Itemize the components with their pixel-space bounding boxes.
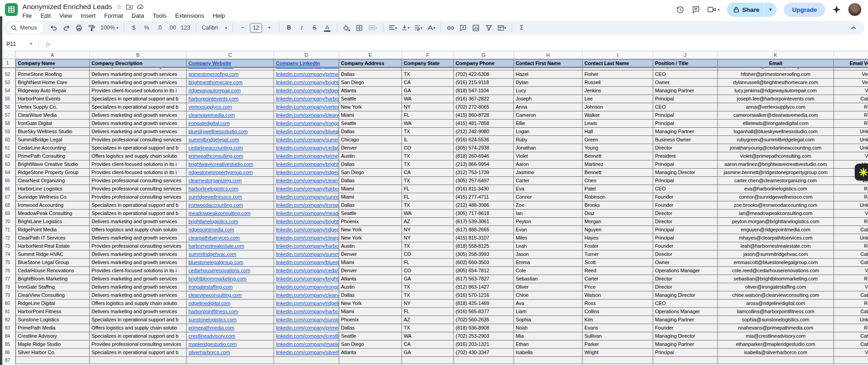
cell[interactable]: Risky [834,275,868,283]
cell[interactable]: Ironwood Accounting [15,201,90,210]
cell[interactable]: linkedin.com/company/vertexsupplyco [274,103,339,111]
cell[interactable]: Founder [653,193,718,201]
cell[interactable]: (312) 753-1739 [454,169,514,177]
cell[interactable]: linkedin.com/company/cedarlineaccounting [274,144,339,152]
cell[interactable]: GA [402,275,454,283]
cell[interactable]: Offers logistics and supply chain soluti… [90,152,187,160]
cell[interactable]: (818) 260-6946 [454,152,514,160]
name-box[interactable]: P11 [6,41,30,47]
row-number[interactable]: 83 [0,324,15,332]
row-number[interactable]: 78 [0,283,15,291]
cell[interactable]: Mia [514,332,583,340]
cell[interactable] [339,357,402,364]
cell[interactable]: TX [402,152,454,160]
cell[interactable]: isabella@silverharborco.com [718,349,834,357]
cell[interactable]: dylanrussell@brightnesthomecare.com [718,79,834,87]
cell[interactable]: harborpointfitness.com [187,308,274,316]
cell[interactable]: sebastian@brightbloommarketing.com [718,275,834,283]
share-caret-icon[interactable]: ▼ [764,7,777,12]
row-number[interactable]: 52 [0,70,15,79]
cell[interactable]: Provides professional consulting service… [90,340,187,349]
cell[interactable]: cole.reed@cedarhouserenovations.com [718,267,834,275]
row-number[interactable]: 87 [0,357,15,364]
cell[interactable]: GA [402,87,454,95]
cell[interactable]: Offers logistics and supply chain soluti… [90,226,187,234]
cell[interactable]: Maple Ridge Studio [15,340,90,349]
cell[interactable]: Miami [339,308,402,316]
row-number[interactable]: 86 [0,349,15,357]
header-cell[interactable]: Company LinkedIn [274,59,339,67]
cell[interactable]: (916) 215-9118 [454,79,514,87]
cell[interactable]: Delivers marketing and growth services [90,120,187,128]
cell[interactable]: (818) 425-1469 [454,300,514,308]
cell[interactable]: TX [402,177,454,185]
cell[interactable]: Owner [653,259,718,267]
cell[interactable]: bluestonelegalgroup.com [187,259,274,267]
cell[interactable]: linkedin.com/company/irongatedigital [274,120,339,128]
cell[interactable]: carter.chen@clearnestorganizing.com [718,177,834,185]
cell[interactable]: Delivers marketing and growth services [90,234,187,242]
menu-edit[interactable]: Edit [41,12,51,19]
row-number[interactable]: 69 [0,210,15,218]
cell[interactable]: Diaz [583,210,653,218]
cell[interactable]: silverharborco.com [187,349,274,357]
cell[interactable]: Miami [339,111,402,120]
cell[interactable]: Hall [583,128,653,136]
cell[interactable]: Ellie [514,120,583,128]
cell[interactable]: Catch-all [834,291,868,300]
cell[interactable]: Sunstone Logistics [15,316,90,324]
name-box-caret-icon[interactable]: ▾ [30,42,32,46]
cell[interactable]: Atlanta [339,87,402,95]
cell[interactable]: Director [653,275,718,283]
cell[interactable]: San Diego [339,340,402,349]
cell[interactable]: Dylan [514,79,583,87]
cell[interactable]: Noah [514,324,583,332]
decrease-font-size-button[interactable]: − [237,22,248,33]
currency-format-button[interactable]: $ [128,22,139,33]
cell[interactable]: peyton.morgan@brightlanelogistics.com [718,218,834,226]
cell[interactable]: BrightWave Creative Studio [15,160,90,169]
gemini-sparkle-icon[interactable] [832,5,841,14]
functions-button[interactable]: Σ [516,22,527,33]
cell[interactable]: FL [402,259,454,267]
row-number[interactable]: 60 [0,136,15,144]
cell[interactable]: Principal [653,226,718,234]
vertical-align-button[interactable]: ▾ [400,22,411,33]
cell[interactable]: Ridgeway Auto Repair [15,87,90,95]
row-number[interactable]: 74 [0,250,15,259]
cell[interactable]: Aaron [514,160,583,169]
cell[interactable]: Morgan [583,218,653,226]
cell[interactable]: Wright [583,349,653,357]
cell[interactable]: Denver [339,144,402,152]
cell[interactable]: CO [402,267,454,275]
cell[interactable]: Dallas [339,70,402,79]
account-avatar[interactable] [848,3,862,16]
column-letter[interactable]: L [834,51,868,59]
cell[interactable]: New York [339,234,402,242]
cell[interactable]: Green [583,136,653,144]
percent-format-button[interactable]: % [141,22,152,33]
cell[interactable]: Verified [834,79,868,87]
cell[interactable]: Specializes in operational support and b [90,210,187,218]
cell[interactable]: joseph.lee@harborpointevents.com [718,95,834,103]
header-cell[interactable]: Contact Last Name [583,59,653,67]
cell[interactable]: lucy.jenkins@ridgewayautorepair.com [718,87,834,95]
row-number[interactable]: 59 [0,128,15,136]
share-button[interactable]: Share ▼ [727,3,777,17]
cell[interactable]: RidgeLine Digital [15,300,90,308]
cell[interactable]: New York [339,226,402,234]
cell[interactable]: Risky [834,218,868,226]
cell[interactable]: Peyton [514,218,583,226]
cell[interactable]: Delivers marketing and growth services [90,291,187,300]
cell[interactable]: Principal [653,111,718,120]
cell[interactable]: CA [402,79,454,87]
cell[interactable] [454,357,514,364]
insert-link-button[interactable] [445,22,456,33]
cell[interactable]: AZ [402,316,454,324]
cell[interactable]: Principal [653,95,718,103]
cell[interactable]: Unknown [834,136,868,144]
cell[interactable]: (305) 257-6497 [454,177,514,185]
column-letter[interactable]: C [187,51,274,59]
cell[interactable]: (312) 863-1427 [454,283,514,291]
cell[interactable]: Principal [653,160,718,169]
